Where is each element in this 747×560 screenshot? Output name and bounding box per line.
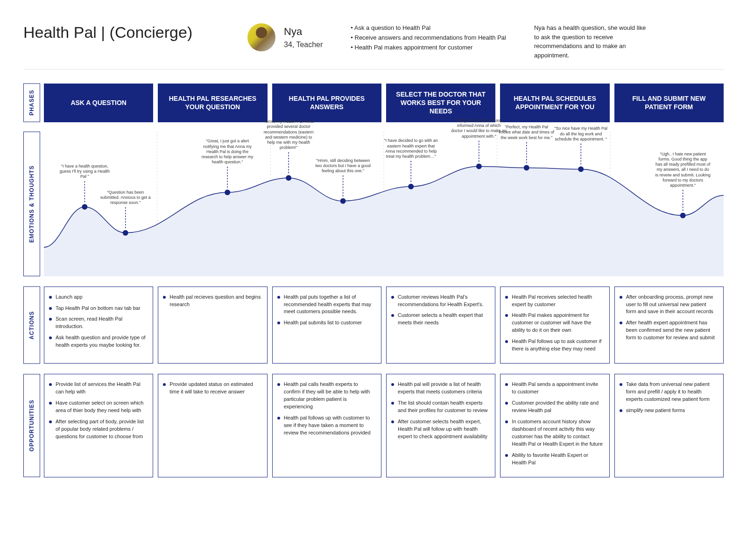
- actions-row: Launch appTap Health Pal on bottom nav t…: [44, 287, 724, 364]
- opportunity-item: Provide list of services the Health Pal …: [49, 381, 147, 396]
- emotion-quote: "I have decided to go with an eastern he…: [383, 138, 439, 159]
- action-item: After health expert appointment has been…: [620, 319, 718, 342]
- emotion-quote: "Ugh.. I hate new patient forms. Good th…: [655, 152, 711, 189]
- svg-point-23: [680, 212, 686, 218]
- opportunity-item: In customers account history show dashbo…: [505, 418, 603, 448]
- opportunity-card: Health pal calls health experts to confi…: [272, 374, 381, 477]
- emotion-quote: "I have a health question, guess I'll tr…: [56, 164, 113, 180]
- row-label-phases: PHASES: [23, 84, 40, 122]
- opportunity-card: Health Pal sends a appointment invite to…: [500, 374, 609, 477]
- action-item: Health Pal follows up to ask customer if…: [505, 338, 603, 353]
- svg-point-11: [286, 175, 291, 181]
- phase-header: FILL AND SUBMIT NEW PATIENT FORM: [614, 84, 724, 122]
- action-item: Health pal puts together a list of recom…: [277, 294, 375, 316]
- opportunity-item: After customer selects health expert, He…: [391, 418, 489, 441]
- opportunity-item: Health pal calls health experts to confi…: [277, 381, 375, 411]
- opportunity-item: Customer provided the ability rate and r…: [505, 399, 603, 414]
- action-item: Health Pal receives selected health expe…: [505, 294, 603, 308]
- opportunity-item: Health Pal sends a appointment invite to…: [505, 381, 603, 396]
- emotion-quote: "Great, I just got a alert notifying me …: [199, 139, 255, 165]
- action-item: Health pal submits list to customer: [277, 319, 375, 327]
- opportunity-item: Health pal will provide a list of health…: [391, 381, 489, 396]
- action-item: Launch app: [49, 294, 147, 301]
- phase-header: HEALTH PAL RESEARCHES YOUR QUESTION: [158, 84, 267, 122]
- opportunity-item: Have customer select on screen which are…: [49, 399, 147, 414]
- action-item: Health pal recieves question and begins …: [163, 294, 261, 308]
- phase-header: HEALTH PAL PROVIDES ANSWERS: [272, 84, 381, 122]
- row-label-actions: ACTIONS: [23, 287, 40, 364]
- opportunity-item: simplify new patient forms: [620, 407, 718, 414]
- persona-name: Nya: [284, 26, 323, 38]
- emotion-quote: "Perfect, my Health Pal knows what date …: [499, 125, 555, 140]
- persona: Nya 34, Teacher: [247, 23, 323, 51]
- row-label-emotions: EMOTIONS & THOUGHTS: [23, 132, 40, 276]
- svg-point-19: [524, 165, 529, 170]
- opportunity-item: The list should contain health experts a…: [391, 399, 489, 414]
- svg-point-17: [476, 163, 482, 169]
- emotion-quote: "Wow, my Health Pal Anna provided severa…: [261, 119, 317, 151]
- svg-point-7: [123, 230, 128, 236]
- phase-header: ASK A QUESTION: [44, 84, 153, 122]
- row-label-opportunities: OPPORTUNITIES: [23, 374, 40, 477]
- action-item: Customer selects a health expert that me…: [391, 312, 489, 327]
- phase-header: HEALTH PAL SCHEDULES APPOINTMENT FOR YOU: [500, 84, 609, 122]
- opportunity-item: Ability to favorite Health Expert or Hea…: [505, 452, 603, 467]
- opportunities-row: Provide list of services the Health Pal …: [44, 374, 724, 477]
- opportunity-item: Health pal follows up with customer to s…: [277, 414, 375, 437]
- action-card: Health pal puts together a list of recom…: [272, 287, 381, 364]
- svg-point-15: [408, 183, 414, 189]
- header-bullet: Receive answers and recommendations from…: [351, 33, 506, 43]
- action-item: Health Pal makes appointment for custome…: [505, 312, 603, 334]
- opportunity-item: After selecting part of body, provide li…: [49, 418, 147, 441]
- emotion-quote: "Question has been submitted. Anxious to…: [98, 190, 154, 206]
- action-item: Customer reviews Health Pal's recommenda…: [391, 294, 489, 308]
- header: Health Pal | (Concierge) Nya 34, Teacher…: [23, 23, 724, 70]
- action-card: Customer reviews Health Pal's recommenda…: [386, 287, 495, 364]
- action-card: Launch appTap Health Pal on bottom nav t…: [44, 287, 153, 364]
- persona-subtitle: 34, Teacher: [284, 41, 323, 49]
- svg-point-13: [340, 198, 346, 203]
- opportunity-item: Provide updated status on estimated time…: [163, 381, 261, 396]
- action-item: Scan screen, read Health Pal introductio…: [49, 315, 147, 330]
- action-item: Ask health question and provide type of …: [49, 334, 147, 349]
- action-card: Health pal recieves question and begins …: [158, 287, 267, 364]
- emotion-quote: "So nice have my Health Pal do all the l…: [553, 126, 609, 142]
- action-card: Health Pal receives selected health expe…: [500, 287, 609, 364]
- phase-header: SELECT THE DOCTOR THAT WORKS BEST FOR YO…: [386, 84, 495, 122]
- journey-map: PHASES ASK A QUESTIONHEALTH PAL RESEARCH…: [23, 84, 724, 477]
- opportunity-card: Provide list of services the Health Pal …: [44, 374, 153, 477]
- header-bullet: Ask a question to Health Pal: [351, 23, 506, 33]
- header-bullets: Ask a question to Health PalReceive answ…: [351, 23, 506, 52]
- action-item: Tap Health Pal on bottom nav tab bar: [49, 305, 147, 312]
- action-card: After onboarding process, prompt new use…: [614, 287, 724, 364]
- opportunity-card: Provide updated status on estimated time…: [158, 374, 267, 477]
- emotions-row: "I have a health question, guess I'll tr…: [44, 132, 724, 276]
- opportunity-card: Take data from universal new patient for…: [614, 374, 724, 477]
- opportunity-card: Health pal will provide a list of health…: [386, 374, 495, 477]
- svg-point-9: [225, 189, 230, 195]
- header-bullet: Health Pal makes appointment for custome…: [351, 43, 506, 53]
- header-description: Nya has a health question, she would lik…: [534, 23, 646, 60]
- action-item: After onboarding process, prompt new use…: [620, 294, 718, 316]
- avatar: [247, 23, 275, 51]
- page-title: Health Pal | (Concierge): [23, 23, 219, 42]
- opportunity-item: Take data from universal new patient for…: [620, 381, 718, 403]
- phases-row: ASK A QUESTIONHEALTH PAL RESEARCHES YOUR…: [44, 84, 724, 122]
- svg-point-5: [82, 204, 87, 210]
- emotion-quote: "Hmm, still deciding between two doctors…: [315, 158, 371, 174]
- svg-point-21: [578, 166, 584, 172]
